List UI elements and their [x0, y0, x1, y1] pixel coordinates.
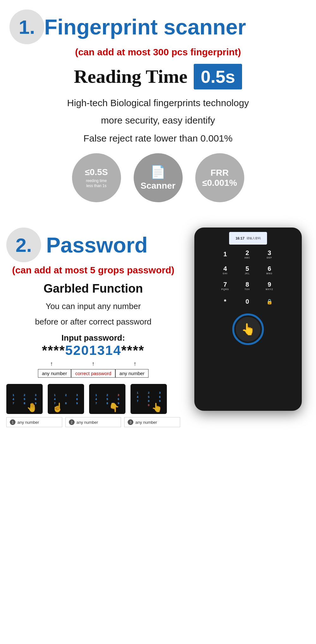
scanner-icon: 📄	[150, 165, 166, 179]
screen-sub: 请输入密码	[246, 236, 261, 240]
badges-row: ≤0.5S reeding timeless than 1s 📄 Scanner…	[6, 153, 310, 202]
arrow-group-left: ↑	[32, 361, 71, 367]
bottom-label-text-2: any number	[76, 420, 98, 425]
badge-time: ≤0.5S reeding timeless than 1s	[72, 153, 121, 202]
fingerprint-inner: 👆	[236, 317, 260, 342]
bottom-label-text-1: any number	[17, 420, 39, 425]
section2-circle-number: 2.	[6, 228, 41, 262]
fingerprint-ring: 👆	[232, 313, 264, 345]
bottom-label-3: 3 any number	[124, 417, 180, 427]
section2-right: 16:17 请输入密码 1 2ABC 3DEF 4GHI 5JKL 6MNO 7…	[186, 228, 310, 411]
input-label: Input password:	[6, 333, 180, 343]
device-keypad: 1 2ABC 3DEF 4GHI 5JKL 6MNO 7PQRS 8TUV 9W…	[216, 248, 280, 308]
garbled-desc-line1: You can input any number	[6, 300, 180, 313]
reading-time-label: Reading Time	[74, 66, 188, 88]
box-correct: correct password	[71, 369, 115, 378]
garbled-desc-line2: before or after correct password	[6, 316, 180, 328]
key-hash: 🔒	[261, 295, 278, 308]
badge-frr-main: FRR	[210, 168, 229, 178]
section2-password: 2. Password (can add at most 5 grops pas…	[0, 221, 316, 434]
bio-line2: more security, easy identify	[6, 113, 310, 127]
correct-password: 5201314	[65, 343, 121, 358]
stars-after: ****	[121, 343, 144, 358]
hand-icon-3: 👇	[109, 402, 120, 413]
false-reject-text: False reject rate lower than 0.001%	[6, 133, 310, 144]
key-3: 3DEF	[261, 248, 278, 260]
key-star: *	[216, 295, 234, 308]
arrow-up-right: ↑	[134, 361, 137, 367]
key-7: 7PQRS	[216, 279, 234, 292]
badge-scanner-label: Scanner	[141, 181, 176, 191]
bottom-label-num-2: 2	[69, 419, 75, 425]
arrow-group-middle: ↑	[71, 361, 115, 367]
section2-left: 2. Password (can add at most 5 grops pas…	[6, 228, 180, 427]
hand-icon-1: 🤚	[27, 402, 38, 413]
key-2: 2ABC	[239, 248, 256, 260]
arrows-row: ↑ ↑ ↑	[6, 361, 180, 367]
box-any2: any number	[115, 369, 149, 378]
bottom-label-num-3: 3	[128, 419, 133, 425]
device-mock: 16:17 请输入密码 1 2ABC 3DEF 4GHI 5JKL 6MNO 7…	[194, 228, 302, 411]
section1-circle-number: 1.	[9, 9, 44, 44]
device-container: 16:17 请输入密码 1 2ABC 3DEF 4GHI 5JKL 6MNO 7…	[186, 228, 310, 411]
bottom-labels: 1 any number 2 any number 3 any number	[6, 417, 180, 427]
thumb-card-2: 123 4 6 789 ☝️	[48, 384, 84, 414]
badge-frr-sub: ≤0.001%	[202, 178, 237, 188]
garbled-title: Garbled Function	[6, 282, 180, 295]
hand-icon-2: ☝️	[52, 402, 63, 413]
key-5: 5JKL	[239, 264, 256, 276]
key-8: 8TUV	[239, 279, 256, 292]
key-1: 1	[216, 248, 234, 260]
bio-line1: High-tech Biological fingerprints techno…	[6, 96, 310, 110]
mini-keypad-3: 123 456 789	[89, 392, 125, 407]
device-screen: 16:17 请输入密码	[229, 232, 267, 245]
garbled-section: Garbled Function You can input any numbe…	[6, 282, 180, 427]
password-value: ****5201314****	[6, 343, 180, 358]
key-0: 0	[239, 295, 256, 308]
key-4: 4GHI	[216, 264, 234, 276]
keypad-thumbs: 123 456 789 🤚 123 4 6 789 ☝️	[6, 384, 180, 414]
fingerprint-icon: 👆	[241, 323, 255, 336]
password-boxes: any number correct password any number	[6, 369, 180, 378]
section1-subtitle: (can add at most 300 pcs fingerprint)	[6, 47, 310, 58]
password-display: Input password: ****5201314****	[6, 333, 180, 358]
key-9: 9WXYZ	[261, 279, 278, 292]
arrow-up-left: ↑	[50, 361, 53, 367]
bottom-label-1: 1 any number	[6, 417, 62, 427]
badge-time-main: ≤0.5S	[85, 167, 108, 177]
section2-subtitle: (can add at most 5 grops password)	[6, 265, 180, 276]
reading-time-badge: 0.5s	[194, 64, 242, 89]
badge-time-sub: reeding timeless than 1s	[86, 179, 107, 188]
arrow-group-right: ↑	[115, 361, 155, 367]
thumb-card-1: 123 456 789 🤚	[6, 384, 43, 414]
section1-fingerprint: 1. Fingerprint scanner (can add at most …	[0, 0, 316, 221]
key-6: 6MNO	[261, 264, 278, 276]
badge-frr: FRR ≤0.001%	[195, 153, 244, 202]
section2-top: 2. Password (can add at most 5 grops pas…	[6, 228, 310, 427]
stars-before: ****	[42, 343, 65, 358]
arrow-up-middle: ↑	[92, 361, 95, 367]
bottom-label-num-1: 1	[10, 419, 15, 425]
section2-title: Password	[46, 233, 148, 257]
thumb-card-3: 123 456 789 👇	[89, 384, 125, 414]
screen-time: 16:17	[235, 236, 244, 240]
section1-header: 1. Fingerprint scanner	[6, 9, 310, 44]
bottom-label-text-3: any number	[135, 420, 157, 425]
hand-icon-4: 👆	[151, 402, 162, 413]
thumb-card-4: 123 456 789 0 👆	[131, 384, 167, 414]
bottom-label-2: 2 any number	[65, 417, 121, 427]
box-any1: any number	[38, 369, 71, 378]
badge-scanner: 📄 Scanner	[134, 153, 183, 202]
section1-title: Fingerprint scanner	[44, 15, 246, 39]
section2-header: 2. Password	[6, 228, 180, 262]
reading-time-row: Reading Time 0.5s	[6, 64, 310, 89]
